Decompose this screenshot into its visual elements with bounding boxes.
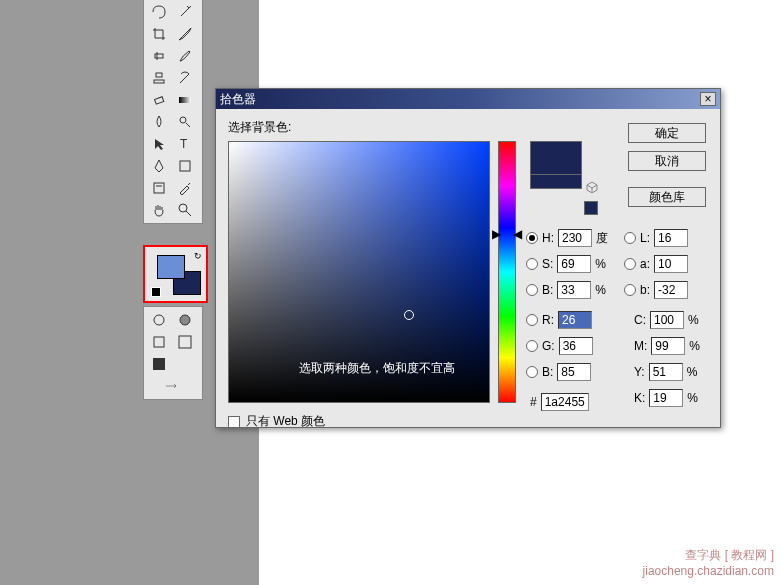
- color-swatch-box: ↻: [143, 245, 208, 303]
- standard-mode-icon[interactable]: [146, 309, 172, 331]
- pen-icon[interactable]: [146, 155, 172, 177]
- websafe-swatch[interactable]: [584, 201, 598, 215]
- lab-b-radio[interactable]: [624, 284, 636, 296]
- l-input[interactable]: 16: [654, 229, 688, 247]
- color-library-button[interactable]: 颜色库: [628, 187, 706, 207]
- g-radio[interactable]: [526, 340, 538, 352]
- current-color-preview[interactable]: [530, 175, 582, 189]
- svg-line-7: [186, 123, 190, 127]
- notes-icon[interactable]: [146, 177, 172, 199]
- a-radio[interactable]: [624, 258, 636, 270]
- panel-annotation: 选取两种颜色，饱和度不宜高: [299, 360, 455, 377]
- crop-icon[interactable]: [146, 23, 172, 45]
- a-input[interactable]: 10: [654, 255, 688, 273]
- c-unit: %: [688, 313, 699, 327]
- svg-rect-10: [154, 183, 164, 193]
- h-input[interactable]: 230: [558, 229, 592, 247]
- web-only-checkbox[interactable]: [228, 416, 240, 428]
- web-only-label: 只有 Web 颜色: [246, 413, 325, 430]
- rgb-b-label: B:: [542, 365, 553, 379]
- s-unit: %: [595, 257, 606, 271]
- l-label: L:: [640, 231, 650, 245]
- svg-rect-18: [153, 358, 165, 370]
- c-input[interactable]: 100: [650, 311, 684, 329]
- hand-icon[interactable]: [146, 199, 172, 221]
- type-icon[interactable]: T: [172, 133, 198, 155]
- hsb-b-input[interactable]: 33: [557, 281, 591, 299]
- m-unit: %: [689, 339, 700, 353]
- svg-point-6: [180, 117, 186, 123]
- brush-icon[interactable]: [172, 45, 198, 67]
- y-input[interactable]: 51: [649, 363, 683, 381]
- healing-icon[interactable]: [146, 45, 172, 67]
- lab-b-input[interactable]: -32: [654, 281, 688, 299]
- stamp-icon[interactable]: [146, 67, 172, 89]
- shape-icon[interactable]: [172, 155, 198, 177]
- screen-mode-2-icon[interactable]: [172, 331, 198, 353]
- r-label: R:: [542, 313, 554, 327]
- s-input[interactable]: 69: [557, 255, 591, 273]
- quickmask-mode-icon[interactable]: [172, 309, 198, 331]
- r-radio[interactable]: [526, 314, 538, 326]
- svg-rect-4: [155, 97, 164, 104]
- color-picker-dialog: 拾色器 × 选择背景色: 选取两种颜色，饱和度不宜高 ▶◀ 确定 取消 颜色库 …: [215, 88, 721, 428]
- lasso-group-icon[interactable]: [146, 1, 172, 23]
- zoom-icon[interactable]: [172, 199, 198, 221]
- screen-mode-1-icon[interactable]: [146, 331, 172, 353]
- cancel-button[interactable]: 取消: [628, 151, 706, 171]
- path-select-icon[interactable]: [146, 133, 172, 155]
- k-unit: %: [687, 391, 698, 405]
- rgb-b-radio[interactable]: [526, 366, 538, 378]
- y-label: Y:: [634, 365, 645, 379]
- rgb-b-input[interactable]: 85: [557, 363, 591, 381]
- h-unit: 度: [596, 230, 608, 247]
- m-label: M:: [634, 339, 647, 353]
- m-input[interactable]: 99: [651, 337, 685, 355]
- s-radio[interactable]: [526, 258, 538, 270]
- g-label: G:: [542, 339, 555, 353]
- svg-line-13: [186, 211, 191, 216]
- dialog-titlebar[interactable]: 拾色器 ×: [216, 89, 720, 109]
- new-color-preview: [530, 141, 582, 175]
- svg-rect-17: [179, 336, 191, 348]
- eyedropper-icon[interactable]: [172, 177, 198, 199]
- jump-to-icon[interactable]: [146, 375, 198, 397]
- svg-rect-2: [156, 73, 162, 77]
- hsb-b-radio[interactable]: [526, 284, 538, 296]
- wand-icon[interactable]: [172, 1, 198, 23]
- r-input[interactable]: 26: [558, 311, 592, 329]
- y-unit: %: [687, 365, 698, 379]
- hsb-b-unit: %: [595, 283, 606, 297]
- hex-input[interactable]: 1a2455: [541, 393, 589, 411]
- screen-mode-3-icon[interactable]: [146, 353, 172, 375]
- ok-button[interactable]: 确定: [628, 123, 706, 143]
- h-label: H:: [542, 231, 554, 245]
- eraser-icon[interactable]: [146, 89, 172, 111]
- a-label: a:: [640, 257, 650, 271]
- h-radio[interactable]: [526, 232, 538, 244]
- dialog-title: 拾色器: [220, 91, 700, 108]
- cube-icon: [586, 181, 598, 193]
- hex-label: #: [530, 395, 537, 409]
- swap-colors-icon[interactable]: ↻: [194, 251, 202, 261]
- default-colors-icon[interactable]: [151, 287, 161, 297]
- svg-point-14: [154, 315, 164, 325]
- l-radio[interactable]: [624, 232, 636, 244]
- foreground-color-swatch[interactable]: [157, 255, 185, 279]
- history-brush-icon[interactable]: [172, 67, 198, 89]
- svg-point-12: [179, 204, 187, 212]
- k-input[interactable]: 19: [649, 389, 683, 407]
- slice-icon[interactable]: [172, 23, 198, 45]
- tool-palette: T: [143, 0, 203, 224]
- g-input[interactable]: 36: [559, 337, 593, 355]
- hue-slider[interactable]: [498, 141, 516, 403]
- dodge-icon[interactable]: [172, 111, 198, 133]
- blur-icon[interactable]: [146, 111, 172, 133]
- close-button[interactable]: ×: [700, 92, 716, 106]
- svg-rect-16: [154, 337, 164, 347]
- sv-gradient-panel[interactable]: 选取两种颜色，饱和度不宜高: [228, 141, 490, 403]
- s-label: S:: [542, 257, 553, 271]
- tool-palette-bottom: [143, 306, 203, 400]
- svg-point-15: [180, 315, 190, 325]
- gradient-icon[interactable]: [172, 89, 198, 111]
